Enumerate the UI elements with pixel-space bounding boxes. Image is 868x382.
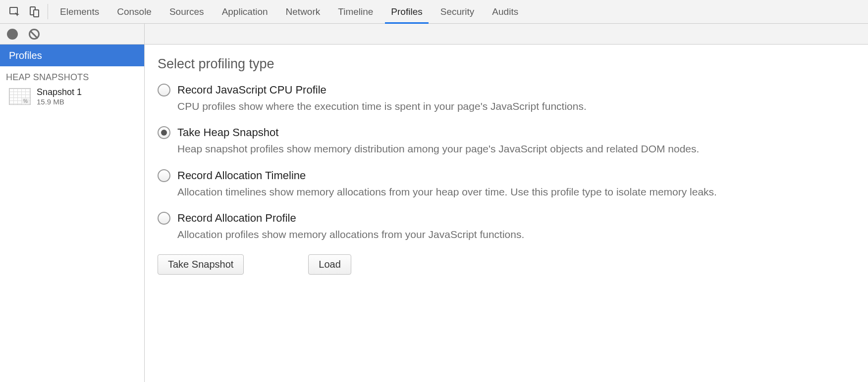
profiling-option-description: Allocation timelines show memory allocat…	[177, 185, 855, 199]
profiles-sidebar: Profiles HEAP SNAPSHOTS Snapshot 1 15.9 …	[0, 45, 145, 382]
profiling-option-radio[interactable]	[158, 126, 170, 139]
sidebar-section-label: Profiles	[9, 50, 42, 61]
inspect-element-icon[interactable]	[5, 0, 25, 23]
tab-console[interactable]: Console	[108, 0, 161, 23]
clear-icon[interactable]	[29, 29, 40, 40]
profiling-option-title[interactable]: Take Heap Snapshot	[177, 126, 278, 139]
snapshot-size: 15.9 MB	[37, 97, 82, 106]
profiling-option-radio[interactable]	[158, 169, 170, 182]
sidebar-section-profiles[interactable]: Profiles	[0, 45, 144, 66]
tab-timeline[interactable]: Timeline	[329, 0, 382, 23]
sidebar-item-snapshot[interactable]: Snapshot 1 15.9 MB	[0, 86, 144, 110]
toggle-device-icon[interactable]	[25, 0, 45, 23]
page-title: Select profiling type	[158, 56, 855, 72]
tabbar-tabs: ElementsConsoleSourcesApplicationNetwork…	[51, 0, 527, 23]
tab-audits[interactable]: Audits	[483, 0, 527, 23]
profiling-option: Record JavaScript CPU ProfileCPU profile…	[158, 84, 855, 113]
profiling-option-title[interactable]: Record Allocation Timeline	[177, 169, 306, 182]
take-snapshot-button[interactable]: Take Snapshot	[158, 254, 244, 275]
svg-rect-0	[10, 7, 17, 14]
tab-security[interactable]: Security	[432, 0, 484, 23]
record-icon[interactable]	[7, 29, 18, 40]
snapshot-thumbnail-icon	[9, 88, 31, 105]
tab-elements[interactable]: Elements	[51, 0, 108, 23]
profiling-option: Take Heap SnapshotHeap snapshot profiles…	[158, 126, 855, 156]
tab-network[interactable]: Network	[277, 0, 329, 23]
profiles-main-pane: Select profiling type Record JavaScript …	[145, 45, 868, 382]
profiling-option: Record Allocation ProfileAllocation prof…	[158, 212, 855, 241]
tab-application[interactable]: Application	[213, 0, 277, 23]
profiling-option-radio[interactable]	[158, 84, 170, 96]
snapshot-name: Snapshot 1	[37, 88, 82, 97]
profiling-option-description: Allocation profiles show memory allocati…	[177, 228, 855, 241]
toolbar-vertical-divider	[144, 24, 145, 45]
tab-profiles[interactable]: Profiles	[382, 0, 431, 23]
tabbar-divider	[48, 4, 48, 19]
profiles-toolbar	[0, 24, 868, 45]
tab-sources[interactable]: Sources	[161, 0, 213, 23]
profiling-option-radio[interactable]	[158, 212, 170, 225]
profiling-option-title[interactable]: Record Allocation Profile	[177, 212, 296, 225]
profiling-option-description: Heap snapshot profiles show memory distr…	[177, 142, 855, 156]
profiling-option-description: CPU profiles show where the execution ti…	[177, 99, 855, 113]
profiling-option-title[interactable]: Record JavaScript CPU Profile	[177, 84, 326, 96]
devtools-tabbar: ElementsConsoleSourcesApplicationNetwork…	[0, 0, 868, 24]
svg-rect-2	[34, 10, 39, 17]
sidebar-group-label: HEAP SNAPSHOTS	[0, 66, 144, 86]
profiling-option: Record Allocation TimelineAllocation tim…	[158, 169, 855, 199]
load-button[interactable]: Load	[308, 254, 351, 275]
